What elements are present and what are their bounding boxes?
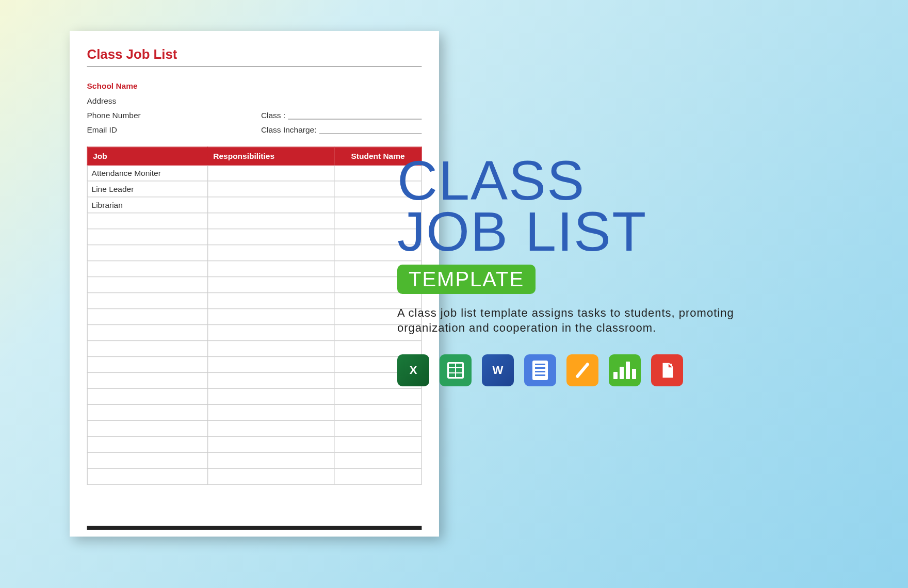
cell-responsibilities [207,293,334,309]
cell-job [87,340,207,356]
fill-line [288,111,421,119]
cell-job [87,452,207,468]
excel-icon: X [397,354,429,386]
address-label: Address [87,96,248,105]
cell-job [87,468,207,484]
cell-job: Line Leader [87,181,207,197]
cell-job [87,404,207,420]
cell-responsibilities [207,356,334,372]
pages-icon [566,354,598,386]
word-icon: W [482,354,514,386]
cell-job [87,261,207,277]
table-row [87,261,421,277]
table-row [87,340,421,356]
cell-job [87,277,207,293]
table-row [87,229,421,245]
cell-responsibilities [207,388,334,404]
doc-title: Class Job List [87,47,422,62]
table-row [87,452,421,468]
format-icon-row: X W [397,354,810,386]
cell-responsibilities [207,309,334,325]
cell-job [87,356,207,372]
cell-responsibilities [207,452,334,468]
cell-responsibilities [207,325,334,341]
cell-student [334,452,421,468]
col-job: Job [87,147,207,165]
table-row [87,388,421,404]
table-row: Librarian [87,197,421,213]
cell-job [87,213,207,229]
cell-job [87,309,207,325]
incharge-field: Class Incharge: [261,125,422,135]
cell-student [334,436,421,452]
cell-job [87,229,207,245]
cell-responsibilities [207,213,334,229]
cell-responsibilities [207,277,334,293]
svg-rect-0 [663,364,672,377]
table-row [87,293,421,309]
cell-responsibilities [207,340,334,356]
school-name-label: School Name [87,81,248,91]
cell-job: Librarian [87,197,207,213]
cell-responsibilities [207,468,334,484]
table-row [87,245,421,261]
cell-responsibilities [207,404,334,420]
info-section: School Name Address Phone Number Class :… [87,81,422,135]
cell-job [87,325,207,341]
cell-responsibilities [207,436,334,452]
google-sheets-icon [440,354,472,386]
cell-student [334,420,421,436]
promo-description: A class job list template assigns tasks … [397,305,789,336]
cell-responsibilities [207,229,334,245]
cell-job: Attendance Moniter [87,165,207,181]
email-label: Email ID [87,125,248,135]
table-row [87,277,421,293]
table-row [87,213,421,229]
col-responsibilities: Responsibilities [207,147,334,165]
table-row [87,420,421,436]
cell-student [334,404,421,420]
cell-responsibilities [207,372,334,388]
doc-footer-bar [87,526,422,530]
table-row [87,436,421,452]
cell-student [334,468,421,484]
promo-title: CLASS JOB LIST [397,155,810,257]
cell-job [87,436,207,452]
table-row [87,468,421,484]
document-preview: Class Job List School Name Address Phone… [70,31,439,536]
table-row: Line Leader [87,181,421,197]
table-row [87,372,421,388]
table-row [87,404,421,420]
cell-responsibilities [207,197,334,213]
cell-responsibilities [207,165,334,181]
cell-job [87,372,207,388]
cell-responsibilities [207,261,334,277]
table-row: Attendance Moniter [87,165,421,181]
cell-responsibilities [207,420,334,436]
table-row [87,309,421,325]
cell-responsibilities [207,181,334,197]
promo-panel: CLASS JOB LIST TEMPLATE A class job list… [397,155,810,386]
class-field: Class : [261,111,422,120]
cell-job [87,420,207,436]
fill-line [319,126,422,134]
cell-responsibilities [207,245,334,261]
numbers-icon [609,354,641,386]
pdf-icon [651,354,683,386]
divider [87,66,422,67]
google-docs-icon [524,354,556,386]
phone-label: Phone Number [87,111,248,120]
job-table: Job Responsibilities Student Name Attend… [87,146,422,484]
cell-student [334,388,421,404]
cell-job [87,245,207,261]
table-row [87,325,421,341]
template-badge: TEMPLATE [397,265,536,294]
cell-job [87,388,207,404]
cell-job [87,293,207,309]
table-row [87,356,421,372]
